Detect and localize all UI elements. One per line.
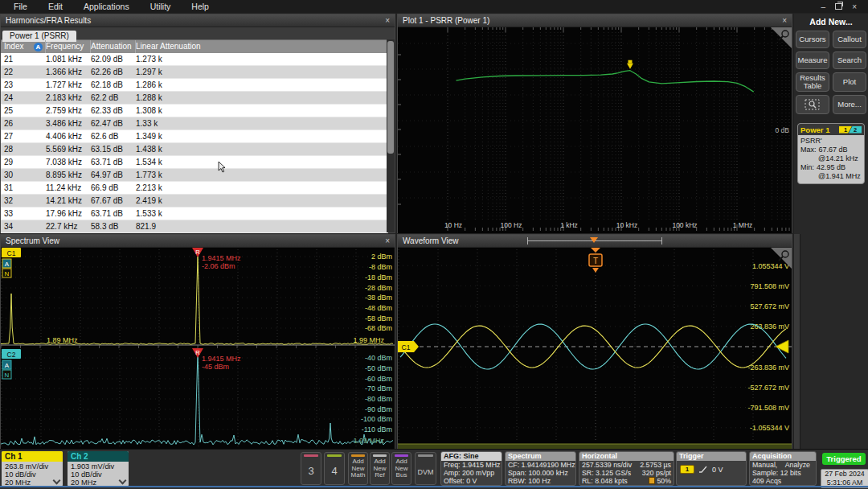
spectrum-titlebar[interactable]: Spectrum View × — [1, 235, 395, 248]
spectrum-close-icon[interactable]: × — [385, 235, 390, 247]
column-header-frequency[interactable]: Frequency — [46, 40, 91, 53]
svg-text:C1: C1 — [7, 249, 16, 257]
more-button[interactable]: More... — [833, 95, 866, 114]
table-row[interactable]: 285.569 kHz63.15 dB1.438 k — [1, 143, 388, 156]
dvm-button[interactable]: DVM — [415, 452, 436, 485]
rising-edge-icon — [698, 465, 708, 474]
results-table-body: 211.081 kHz62.09 dB1.273 k221.366 kHz62.… — [1, 53, 388, 233]
zoom-select-button[interactable] — [796, 95, 829, 114]
svg-text:R: R — [195, 249, 200, 256]
cursors-button[interactable]: Cursors — [796, 31, 829, 48]
cell: 24 — [1, 93, 46, 102]
cell: 1.349 k — [136, 132, 388, 141]
search-button[interactable]: Search — [833, 51, 866, 69]
cell: 63.71 dB — [91, 158, 136, 166]
column-label: Linear Attenuation — [136, 42, 201, 51]
acquisition-analyze[interactable]: Analyze — [785, 461, 810, 469]
add-new-math-button[interactable]: AddNewMath — [348, 452, 368, 485]
trigger-position-indicator-icon[interactable] — [590, 237, 598, 243]
results-close-icon[interactable]: × — [385, 14, 390, 27]
svg-text:-45 dBm: -45 dBm — [202, 363, 229, 371]
spectrum-settings-title: Spectrum — [506, 452, 575, 461]
trigger-panel[interactable]: Trigger 1 0 V — [676, 451, 747, 486]
table-row[interactable]: 274.406 kHz62.6 dB1.349 k — [1, 130, 388, 143]
cell: 62.18 dB — [91, 80, 136, 89]
plot1-close-icon[interactable]: × — [782, 14, 787, 27]
table-row[interactable]: 252.759 kHz62.33 dB1.308 k — [1, 105, 388, 117]
menu-item-utility[interactable]: Utility — [140, 0, 182, 13]
power1-meas-name: PSRR' — [800, 137, 862, 146]
results-scrollbar-thumb[interactable] — [387, 41, 394, 154]
column-header-linear-attenuation[interactable]: Linear Attenuation — [136, 40, 388, 53]
channel-4-button[interactable]: 4 — [324, 452, 345, 485]
menu-item-edit[interactable]: Edit — [38, 0, 73, 13]
channel-setting: 263.8 mV/div — [5, 462, 63, 471]
table-row[interactable]: 263.486 kHz62.47 dB1.33 k — [1, 117, 388, 130]
cell: 23 — [1, 80, 46, 89]
table-row[interactable]: 211.081 kHz62.09 dB1.273 k — [1, 53, 388, 66]
window-controls: – × — [821, 2, 868, 11]
acquisition-panel[interactable]: Acquisition Manual, Analyze Sample: 12 b… — [749, 451, 817, 486]
measure-button[interactable]: Measure — [796, 51, 829, 69]
table-row[interactable]: 221.366 kHz62.26 dB1.297 k — [1, 66, 388, 79]
channel1-badge[interactable]: Ch 1 263.8 mV/div10 dB/div20 MHz — [2, 451, 63, 487]
horizontal-value: 257.5339 ns/div — [582, 461, 632, 469]
waveform-titlebar[interactable]: Waveform View — [398, 235, 792, 248]
spectrum-plot[interactable]: 2 dBm-8 dBm-18 dBm-28 dBm-38 dBm-48 dBm-… — [1, 248, 395, 449]
table-row[interactable]: 308.895 kHz64.97 dB1.773 k — [1, 169, 388, 182]
cell: 1.297 k — [136, 68, 388, 76]
table-row[interactable]: 3214.21 kHz67.67 dB2.419 k — [1, 195, 388, 208]
cell: 1.081 kHz — [46, 55, 91, 64]
trigger-level: 0 V — [712, 466, 723, 474]
menu-item-file[interactable]: File — [3, 0, 38, 13]
column-label: Frequency — [46, 42, 84, 51]
add-new-ref-button[interactable]: AddNewRef — [370, 452, 390, 485]
cell: 821.9 — [136, 222, 388, 231]
menu-item-help[interactable]: Help — [181, 0, 219, 13]
svg-text:A: A — [5, 362, 10, 369]
table-row[interactable]: 3317.96 kHz63.71 dB1.533 k — [1, 208, 388, 220]
waveform-plot[interactable]: 1.055344 V791.508 mV527.672 mV263.836 mV… — [398, 248, 792, 449]
add-new-bus-button[interactable]: AddNewBus — [391, 452, 411, 485]
results-scrollbar[interactable] — [387, 39, 395, 232]
results-table-button[interactable]: Results Table — [796, 72, 829, 92]
minimize-window-button[interactable]: – — [821, 2, 826, 11]
plot1-titlebar[interactable]: Plot 1 - PSRR (Power 1) × — [398, 14, 792, 27]
max-label: Max: — [800, 146, 817, 154]
table-row[interactable]: 231.727 kHz62.18 dB1.286 k — [1, 79, 388, 92]
channel-3-button[interactable]: 3 — [301, 452, 321, 485]
close-window-button[interactable]: × — [852, 2, 857, 11]
waveform-scroll-strip[interactable] — [794, 234, 800, 449]
table-row[interactable]: 297.038 kHz63.71 dB1.534 k — [1, 156, 388, 169]
table-row[interactable]: 242.183 kHz62.2 dB1.288 k — [1, 92, 388, 105]
horizontal-row: SR: 3.125 GS/s320 ps/pt — [579, 469, 674, 477]
spectrum-settings-panel[interactable]: Spectrum CF: 1.94149190 MHzSpan: 100.000… — [505, 451, 576, 486]
trigger-source-badge: 1 — [680, 465, 694, 474]
trigger-settings: 1 0 V — [677, 461, 746, 474]
table-row[interactable]: 3111.24 kHz66.9 dB2.213 k — [1, 182, 388, 195]
add-button-label: AddNewBus — [392, 458, 411, 479]
callout-button[interactable]: Callout — [833, 31, 866, 48]
column-header-attenuation[interactable]: Attenuation — [91, 40, 136, 53]
cell: 58.3 dB — [91, 222, 136, 231]
afg-panel[interactable]: AFG: Sine Freq: 1.9415 MHzAmp: 200 mVppO… — [440, 451, 502, 486]
cell: 27 — [1, 132, 46, 141]
channel2-badge[interactable]: Ch 2 1.903 mV/div10 dB/div20 MHz — [68, 451, 129, 487]
restore-window-button[interactable] — [835, 2, 842, 11]
power1-measurement-badge[interactable]: Power 1 12 PSRR' Max:67.67 dB @14.21 kHz… — [797, 123, 865, 184]
table-row[interactable]: 3422.7 kHz58.3 dB821.9 — [1, 220, 388, 233]
cell: 63.71 dB — [91, 209, 136, 218]
datetime-display: 27 Feb 2024 5:31:06 AM — [821, 469, 868, 488]
horizontal-rows: 257.5339 ns/div2.5753 µsSR: 3.125 GS/s32… — [579, 461, 674, 485]
psrr-bode-plot[interactable]: 10 Hz100 Hz1 kHz10 kHz100 kHz1 MHz0 dB — [398, 27, 792, 233]
plot-button[interactable]: Plot — [833, 72, 866, 92]
cell: 1.727 kHz — [46, 80, 91, 89]
horizontal-panel[interactable]: Horizontal 257.5339 ns/div2.5753 µsSR: 3… — [579, 451, 674, 486]
horizontal-value-2: 2.5753 µs — [640, 461, 671, 469]
column-header-index[interactable]: IndexA — [1, 40, 46, 53]
voltage-tick-label: -527.672 mV — [747, 384, 789, 392]
menu-item-applications[interactable]: Applications — [73, 0, 140, 13]
cell: 21 — [1, 55, 46, 64]
results-panel-titlebar[interactable]: Harmonics/FRA Results × — [1, 14, 395, 27]
spectrum-row: RBW: 100 Hz — [506, 477, 575, 485]
